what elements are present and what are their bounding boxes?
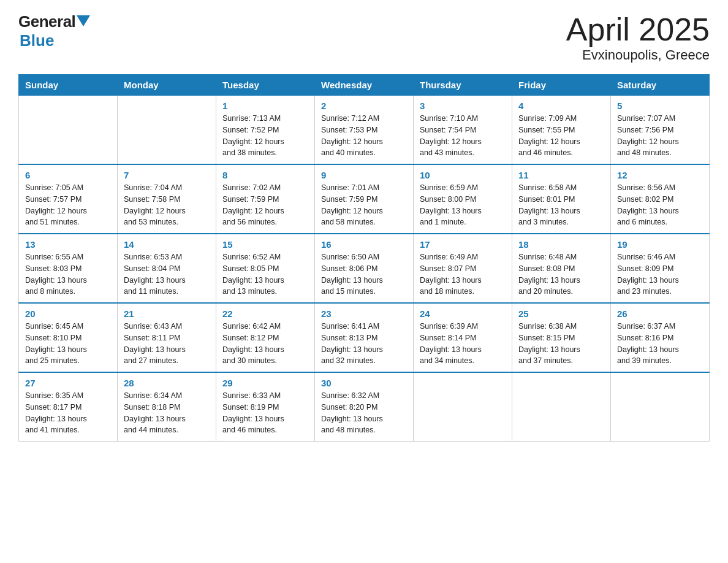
day-info: Sunrise: 6:33 AMSunset: 8:19 PMDaylight:… [222, 390, 308, 436]
day-number: 1 [222, 101, 308, 111]
week-row-2: 6Sunrise: 7:05 AMSunset: 7:57 PMDaylight… [19, 164, 710, 234]
calendar-cell [19, 96, 118, 165]
day-number: 3 [420, 101, 506, 111]
title-block: April 2025 Evxinoupolis, Greece [566, 12, 710, 63]
header-saturday: Saturday [611, 75, 710, 96]
header-thursday: Thursday [414, 75, 512, 96]
calendar-cell: 28Sunrise: 6:34 AMSunset: 8:18 PMDayligh… [118, 372, 216, 442]
calendar-cell: 11Sunrise: 6:58 AMSunset: 8:01 PMDayligh… [512, 164, 611, 234]
day-number: 29 [222, 378, 308, 388]
day-info: Sunrise: 7:07 AMSunset: 7:56 PMDaylight:… [617, 113, 703, 159]
calendar-cell: 26Sunrise: 6:37 AMSunset: 8:16 PMDayligh… [611, 303, 710, 372]
calendar-cell: 16Sunrise: 6:50 AMSunset: 8:06 PMDayligh… [315, 234, 414, 303]
header-tuesday: Tuesday [216, 75, 315, 96]
calendar-cell: 13Sunrise: 6:55 AMSunset: 8:03 PMDayligh… [19, 234, 118, 303]
day-number: 6 [25, 170, 111, 180]
calendar-header-row: SundayMondayTuesdayWednesdayThursdayFrid… [19, 75, 710, 96]
day-number: 23 [321, 308, 407, 319]
calendar-cell: 3Sunrise: 7:10 AMSunset: 7:54 PMDaylight… [414, 96, 512, 165]
calendar-cell: 24Sunrise: 6:39 AMSunset: 8:14 PMDayligh… [414, 303, 512, 372]
calendar-cell: 10Sunrise: 6:59 AMSunset: 8:00 PMDayligh… [414, 164, 512, 234]
day-info: Sunrise: 7:09 AMSunset: 7:55 PMDaylight:… [518, 113, 604, 159]
day-info: Sunrise: 6:38 AMSunset: 8:15 PMDaylight:… [518, 321, 604, 367]
day-info: Sunrise: 6:55 AMSunset: 8:03 PMDaylight:… [25, 251, 111, 297]
day-number: 4 [518, 101, 604, 111]
day-number: 10 [420, 170, 506, 180]
page-subtitle: Evxinoupolis, Greece [566, 47, 710, 63]
page-header: General Blue April 2025 Evxinoupolis, Gr… [18, 12, 710, 63]
day-info: Sunrise: 6:56 AMSunset: 8:02 PMDaylight:… [617, 182, 703, 228]
day-number: 27 [25, 378, 111, 388]
day-info: Sunrise: 6:39 AMSunset: 8:14 PMDaylight:… [420, 321, 506, 367]
day-info: Sunrise: 6:45 AMSunset: 8:10 PMDaylight:… [25, 321, 111, 367]
day-info: Sunrise: 6:52 AMSunset: 8:05 PMDaylight:… [222, 251, 308, 297]
day-number: 19 [617, 239, 703, 250]
day-number: 20 [25, 308, 111, 319]
calendar-cell: 4Sunrise: 7:09 AMSunset: 7:55 PMDaylight… [512, 96, 611, 165]
page-title: April 2025 [566, 12, 710, 47]
calendar-cell: 17Sunrise: 6:49 AMSunset: 8:07 PMDayligh… [414, 234, 512, 303]
logo-general: General [18, 12, 75, 31]
calendar-table: SundayMondayTuesdayWednesdayThursdayFrid… [18, 74, 710, 442]
day-info: Sunrise: 6:46 AMSunset: 8:09 PMDaylight:… [617, 251, 703, 297]
calendar-cell: 29Sunrise: 6:33 AMSunset: 8:19 PMDayligh… [216, 372, 315, 442]
day-number: 25 [518, 308, 604, 319]
day-info: Sunrise: 6:37 AMSunset: 8:16 PMDaylight:… [617, 321, 703, 367]
day-number: 26 [617, 308, 703, 319]
week-row-4: 20Sunrise: 6:45 AMSunset: 8:10 PMDayligh… [19, 303, 710, 372]
header-wednesday: Wednesday [315, 75, 414, 96]
day-info: Sunrise: 6:59 AMSunset: 8:00 PMDaylight:… [420, 182, 506, 228]
day-info: Sunrise: 6:41 AMSunset: 8:13 PMDaylight:… [321, 321, 407, 367]
calendar-cell [611, 372, 710, 442]
calendar-cell [512, 372, 611, 442]
day-number: 28 [124, 378, 210, 388]
calendar-cell: 30Sunrise: 6:32 AMSunset: 8:20 PMDayligh… [315, 372, 414, 442]
day-info: Sunrise: 6:50 AMSunset: 8:06 PMDaylight:… [321, 251, 407, 297]
calendar-cell [118, 96, 216, 165]
calendar-cell: 14Sunrise: 6:53 AMSunset: 8:04 PMDayligh… [118, 234, 216, 303]
day-number: 9 [321, 170, 407, 180]
day-number: 7 [124, 170, 210, 180]
day-number: 2 [321, 101, 407, 111]
calendar-cell: 21Sunrise: 6:43 AMSunset: 8:11 PMDayligh… [118, 303, 216, 372]
day-number: 5 [617, 101, 703, 111]
day-number: 30 [321, 378, 407, 388]
day-info: Sunrise: 7:13 AMSunset: 7:52 PMDaylight:… [222, 113, 308, 159]
header-sunday: Sunday [19, 75, 118, 96]
day-number: 14 [124, 239, 210, 250]
calendar-cell: 22Sunrise: 6:42 AMSunset: 8:12 PMDayligh… [216, 303, 315, 372]
day-info: Sunrise: 7:05 AMSunset: 7:57 PMDaylight:… [25, 182, 111, 228]
calendar-cell [414, 372, 512, 442]
calendar-cell: 27Sunrise: 6:35 AMSunset: 8:17 PMDayligh… [19, 372, 118, 442]
calendar-cell: 15Sunrise: 6:52 AMSunset: 8:05 PMDayligh… [216, 234, 315, 303]
calendar-cell: 2Sunrise: 7:12 AMSunset: 7:53 PMDaylight… [315, 96, 414, 165]
day-info: Sunrise: 6:43 AMSunset: 8:11 PMDaylight:… [124, 321, 210, 367]
day-number: 24 [420, 308, 506, 319]
calendar-cell: 23Sunrise: 6:41 AMSunset: 8:13 PMDayligh… [315, 303, 414, 372]
day-number: 18 [518, 239, 604, 250]
day-number: 13 [25, 239, 111, 250]
day-number: 11 [518, 170, 604, 180]
calendar-cell: 18Sunrise: 6:48 AMSunset: 8:08 PMDayligh… [512, 234, 611, 303]
header-friday: Friday [512, 75, 611, 96]
calendar-cell: 7Sunrise: 7:04 AMSunset: 7:58 PMDaylight… [118, 164, 216, 234]
day-number: 12 [617, 170, 703, 180]
day-info: Sunrise: 7:02 AMSunset: 7:59 PMDaylight:… [222, 182, 308, 228]
day-info: Sunrise: 7:10 AMSunset: 7:54 PMDaylight:… [420, 113, 506, 159]
day-number: 16 [321, 239, 407, 250]
calendar-cell: 5Sunrise: 7:07 AMSunset: 7:56 PMDaylight… [611, 96, 710, 165]
logo-blue: Blue [20, 31, 54, 50]
calendar-cell: 1Sunrise: 7:13 AMSunset: 7:52 PMDaylight… [216, 96, 315, 165]
day-info: Sunrise: 6:48 AMSunset: 8:08 PMDaylight:… [518, 251, 604, 297]
calendar-cell: 19Sunrise: 6:46 AMSunset: 8:09 PMDayligh… [611, 234, 710, 303]
week-row-1: 1Sunrise: 7:13 AMSunset: 7:52 PMDaylight… [19, 96, 710, 165]
logo: General Blue [18, 12, 90, 50]
day-number: 17 [420, 239, 506, 250]
calendar-cell: 12Sunrise: 6:56 AMSunset: 8:02 PMDayligh… [611, 164, 710, 234]
day-info: Sunrise: 7:12 AMSunset: 7:53 PMDaylight:… [321, 113, 407, 159]
day-number: 15 [222, 239, 308, 250]
calendar-cell: 8Sunrise: 7:02 AMSunset: 7:59 PMDaylight… [216, 164, 315, 234]
week-row-3: 13Sunrise: 6:55 AMSunset: 8:03 PMDayligh… [19, 234, 710, 303]
calendar-cell: 25Sunrise: 6:38 AMSunset: 8:15 PMDayligh… [512, 303, 611, 372]
day-info: Sunrise: 6:32 AMSunset: 8:20 PMDaylight:… [321, 390, 407, 436]
